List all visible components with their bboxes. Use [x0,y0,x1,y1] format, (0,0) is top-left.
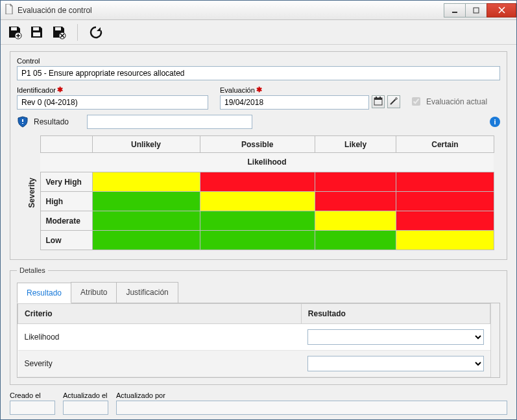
detalles-legend: Detalles [17,266,48,274]
col-header: Likely [315,136,396,153]
actualizado-por-field: Actualizado por [116,391,507,415]
wand-icon [389,97,398,108]
calendar-button[interactable] [372,95,385,108]
matrix-cell[interactable] [92,192,200,211]
content: Control Identificador✱ Evaluación✱ [1,45,516,419]
wand-button[interactable] [387,95,400,108]
delete-button[interactable] [51,25,67,40]
evaluacion-actual-label: Evaluación actual [426,97,487,106]
close-button[interactable] [487,3,516,18]
evaluacion-field: Evaluación✱ Evaluación actual [220,86,487,110]
risk-matrix: Severity Likelihood Unlikely Possible Li… [17,135,500,250]
criteria-table: Criterio Resultado Likelihood Severity [18,303,490,377]
refresh-button[interactable] [88,25,104,40]
actualizado-input[interactable] [63,401,108,415]
matrix-cell[interactable] [92,231,200,250]
control-field: Control [17,57,500,80]
severity-axis-label: Severity [23,178,40,208]
tab-atributo[interactable]: Atributo [71,282,117,303]
actualizado-por-input[interactable] [116,401,507,415]
matrix-cell[interactable] [92,172,200,192]
minimize-button[interactable] [444,3,466,18]
matrix-cell[interactable] [315,211,396,231]
evaluacion-actual-checkbox[interactable] [412,97,420,106]
titlebar: Evaluación de control [1,1,516,20]
matrix-cell[interactable] [200,211,315,231]
actualizado-label: Actualizado el [63,391,108,399]
toolbar-separator [77,24,78,41]
maximize-button[interactable] [465,3,487,18]
svg-rect-5 [33,32,40,36]
shield-icon [17,116,29,128]
likelihood-select[interactable] [307,329,483,345]
matrix-corner [40,136,92,153]
matrix-cell[interactable] [315,192,396,211]
tab-resultado[interactable]: Resultado [17,283,71,303]
window: Evaluación de control Control [0,0,517,420]
window-controls [444,3,516,18]
col-header: Possible [200,136,315,153]
criteria-header-criterio: Criterio [18,304,302,324]
info-icon: i [494,118,496,126]
scrollbar[interactable] [490,303,499,377]
tabs: Resultado Atributo Justificación [17,282,500,303]
evaluacion-label: Evaluación✱ [220,86,487,94]
criteria-label: Severity [18,351,302,377]
tab-justificacion[interactable]: Justificación [116,282,178,303]
svg-rect-6 [55,27,61,30]
matrix-cell[interactable] [315,172,396,192]
col-header: Unlikely [92,136,200,153]
evaluacion-input[interactable] [220,95,369,110]
control-label: Control [17,57,500,65]
required-icon: ✱ [57,86,63,94]
matrix-cell[interactable] [396,211,494,231]
svg-rect-1 [474,8,479,13]
row-header: Moderate [40,211,92,231]
info-button[interactable]: i [490,117,500,127]
creado-input[interactable] [10,401,55,415]
resultado-input[interactable] [87,115,252,129]
save-new-button[interactable] [7,25,23,40]
control-input[interactable] [17,66,500,80]
main-panel: Control Identificador✱ Evaluación✱ [10,51,507,260]
calendar-icon [374,97,383,108]
titlebar-left: Evaluación de control [1,4,92,16]
evaluacion-actual-check[interactable]: Evaluación actual [409,95,487,108]
svg-rect-2 [11,27,17,30]
matrix-cell[interactable] [200,192,315,211]
matrix-cell[interactable] [200,172,315,192]
table-row: Likelihood [18,324,490,351]
window-title: Evaluación de control [18,6,92,15]
toolbar [1,20,516,45]
likelihood-axis-label: Likelihood [40,153,494,172]
identificador-field: Identificador✱ [17,86,208,110]
svg-rect-4 [33,27,39,30]
identificador-label: Identificador✱ [17,86,208,94]
actualizado-field: Actualizado el [63,391,108,415]
matrix-cell[interactable] [200,231,315,250]
col-header: Certain [396,136,494,153]
severity-select[interactable] [307,356,483,371]
table-row: Severity [18,351,490,377]
actualizado-por-label: Actualizado por [116,391,507,399]
creado-label: Creado el [10,391,55,399]
matrix-cell[interactable] [92,211,200,231]
creado-field: Creado el [10,391,55,415]
svg-rect-9 [374,98,382,100]
identificador-input[interactable] [17,95,208,110]
row-header: Low [40,231,92,250]
tab-panel-resultado: Criterio Resultado Likelihood Severity [17,303,500,378]
svg-rect-10 [376,97,377,99]
save-button[interactable] [29,25,45,40]
document-icon [5,4,14,16]
svg-rect-11 [379,97,381,99]
matrix-cell[interactable] [396,192,494,211]
matrix-cell[interactable] [396,172,494,192]
row-header: High [40,192,92,211]
criteria-header-resultado: Resultado [301,304,490,324]
matrix-table: Likelihood Unlikely Possible Likely Cert… [40,135,494,250]
svg-rect-0 [452,12,457,13]
matrix-cell[interactable] [315,231,396,250]
detalles-panel: Detalles Resultado Atributo Justificació… [10,266,507,385]
matrix-cell[interactable] [396,231,494,250]
